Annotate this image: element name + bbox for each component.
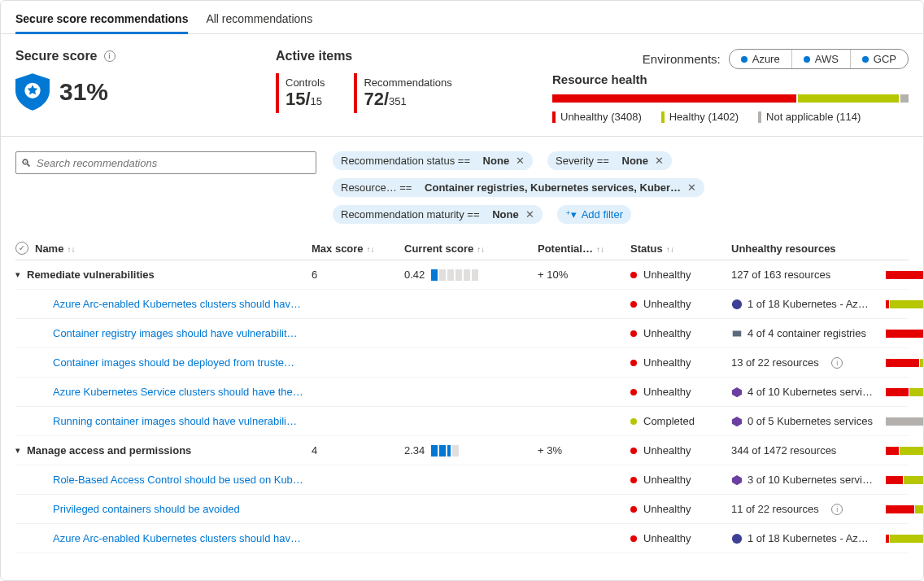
col-potential[interactable]: Potential…↑↓ [538, 242, 627, 255]
tab-secure-score[interactable]: Secure score recommendations [15, 9, 188, 33]
tab-all-recommendations[interactable]: All recommendations [206, 9, 312, 33]
add-filter-button[interactable]: ⁺▾Add filter [557, 205, 631, 224]
row-current-score: 2.34 [404, 444, 425, 456]
environments-label: Environments: [643, 52, 721, 66]
row-resources: 0 of 5 Kubernetes services [747, 415, 873, 427]
legend-na: Not applicable (114) [758, 111, 861, 123]
table-row[interactable]: ▾Remediate vulnerabilities 6 0.42 + 10% … [15, 260, 909, 290]
resource-bar [886, 330, 924, 338]
environment-filter: Azure AWS GCP [729, 49, 909, 69]
recommendations-total: 351 [389, 95, 407, 107]
row-name: Privileged containers should be avoided [53, 503, 240, 515]
chevron-down-icon[interactable]: ▾ [15, 269, 20, 280]
col-max-score[interactable]: Max score↑↓ [312, 242, 401, 255]
env-azure[interactable]: Azure [730, 50, 792, 68]
resource-bar [886, 476, 924, 484]
env-azure-label: Azure [752, 53, 780, 65]
table-row[interactable]: Container images should be deployed from… [15, 348, 909, 378]
select-all-checkbox[interactable]: ✓ [15, 242, 28, 255]
table-row[interactable]: ▾Manage access and permissions 4 2.34 + … [15, 436, 909, 465]
filter-resource[interactable]: Resource… == Container registries, Kuber… [333, 178, 704, 197]
sort-icon: ↑↓ [596, 245, 604, 254]
filter-severity[interactable]: Severity == None✕ [547, 151, 672, 170]
kubernetes-arc-icon [731, 299, 743, 310]
legend-unhealthy-text: Unhealthy (3408) [560, 111, 642, 123]
status-dot-icon [630, 418, 637, 425]
row-name: Azure Kubernetes Service clusters should… [53, 386, 303, 398]
table-row[interactable]: Privileged containers should be avoided … [15, 495, 909, 524]
row-resources: 11 of 22 resources [731, 503, 819, 515]
controls-total: 15 [311, 95, 322, 107]
env-aws[interactable]: AWS [792, 50, 851, 68]
close-icon[interactable]: ✕ [687, 181, 696, 194]
row-name: Manage access and permissions [27, 444, 191, 456]
na-segment [900, 94, 909, 103]
resource-bar [886, 359, 924, 367]
sort-icon: ↑↓ [367, 245, 375, 254]
col-current-score[interactable]: Current score↑↓ [404, 242, 534, 255]
row-status: Unhealthy [643, 356, 691, 369]
close-icon[interactable]: ✕ [655, 155, 664, 167]
row-status: Unhealthy [643, 386, 691, 398]
chevron-down-icon[interactable]: ▾ [15, 445, 20, 456]
active-items-heading: Active items [276, 49, 520, 63]
row-resources: 4 of 4 container registries [747, 327, 866, 339]
filter-recommendation-maturity[interactable]: Recommendation maturity == None✕ [333, 205, 543, 224]
table-row[interactable]: Azure Arc-enabled Kubernetes clusters sh… [15, 290, 909, 319]
info-icon[interactable]: i [104, 50, 116, 62]
status-dot-icon [630, 301, 637, 308]
svg-point-6 [732, 533, 742, 543]
row-resources: 344 of 1472 resources [731, 444, 879, 456]
svg-marker-5 [732, 474, 742, 484]
row-resources: 1 of 18 Kubernetes - Az… [747, 298, 869, 310]
table-row[interactable]: Azure Kubernetes Service clusters should… [15, 378, 909, 407]
filter-value: None [492, 208, 519, 221]
row-name: Container registry images should have vu… [53, 327, 298, 339]
filter-key: Recommendation maturity == [341, 208, 480, 221]
row-max-score: 6 [312, 269, 401, 281]
search-icon: 🔍︎ [21, 157, 32, 169]
filter-recommendation-status[interactable]: Recommendation status == None✕ [333, 151, 533, 170]
row-resources: 1 of 18 Kubernetes - Az… [747, 532, 869, 544]
container-registry-icon [731, 328, 743, 339]
score-bar [431, 269, 478, 281]
resource-bar [886, 505, 924, 513]
legend-unhealthy: Unhealthy (3408) [552, 111, 642, 123]
row-status: Unhealthy [643, 503, 691, 515]
svg-marker-3 [732, 387, 742, 396]
col-name[interactable]: Name↑↓ [35, 242, 75, 255]
kubernetes-icon [731, 474, 743, 486]
legend-healthy-text: Healthy (1402) [669, 111, 739, 123]
table-row[interactable]: Container registry images should have vu… [15, 319, 909, 348]
dot-icon [741, 56, 747, 63]
score-bar [431, 445, 459, 456]
recommendations-count: Recommendations 72/351 [354, 73, 458, 113]
legend-na-text: Not applicable (114) [766, 111, 861, 123]
col-status[interactable]: Status↑↓ [630, 242, 728, 255]
row-max-score: 4 [312, 444, 401, 456]
row-name: Role-Based Access Control should be used… [53, 474, 303, 486]
table-row[interactable]: Role-Based Access Control should be used… [15, 465, 909, 495]
recommendations-current: 72/ [364, 89, 389, 109]
info-icon[interactable]: i [831, 357, 843, 369]
row-resources: 4 of 10 Kubernetes servi… [747, 386, 873, 398]
resource-health-heading: Resource health [552, 72, 909, 86]
search-box[interactable]: 🔍︎ [15, 151, 316, 174]
close-icon[interactable]: ✕ [525, 208, 534, 221]
status-dot-icon [630, 389, 637, 395]
filter-key: Resource… == [341, 181, 412, 194]
filter-key: Recommendation status == [341, 155, 470, 167]
env-gcp[interactable]: GCP [851, 50, 908, 68]
info-icon[interactable]: i [831, 504, 843, 515]
table-row[interactable]: Running container images should have vul… [15, 407, 909, 436]
close-icon[interactable]: ✕ [516, 155, 525, 167]
row-status: Unhealthy [643, 327, 691, 339]
row-status: Unhealthy [643, 298, 691, 310]
row-status: Unhealthy [643, 474, 691, 486]
secure-score-card: Secure score i 31% [15, 49, 243, 123]
legend-healthy: Healthy (1402) [661, 111, 739, 123]
dot-icon [804, 56, 810, 63]
search-input[interactable] [37, 157, 311, 169]
table-row[interactable]: Azure Arc-enabled Kubernetes clusters sh… [15, 524, 909, 553]
row-status: Unhealthy [643, 269, 691, 281]
